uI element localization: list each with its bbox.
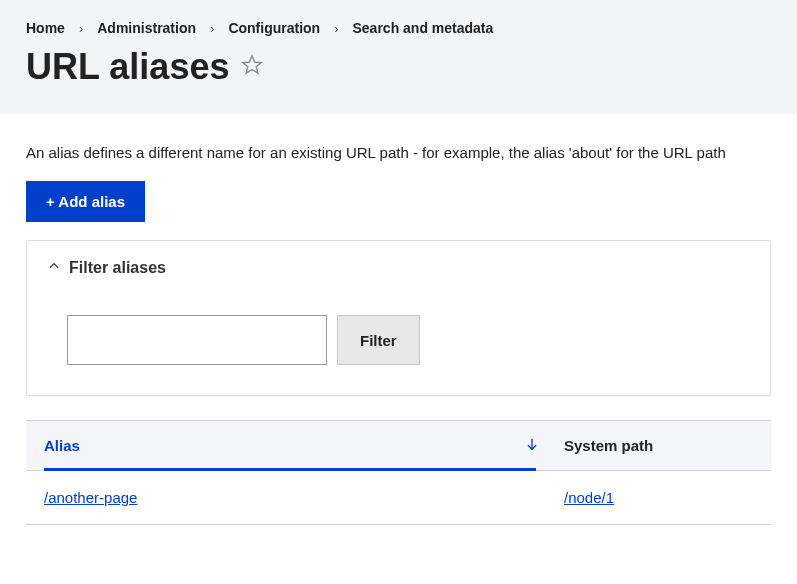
column-header-alias[interactable]: Alias: [44, 436, 554, 455]
page-title-row: URL aliases: [26, 46, 771, 88]
filter-input[interactable]: [67, 315, 327, 365]
chevron-right-icon: ›: [210, 21, 214, 36]
star-icon[interactable]: [241, 54, 263, 80]
column-system-label: System path: [564, 437, 653, 454]
cell-system-path: /node/1: [554, 489, 753, 506]
page-description: An alias defines a different name for an…: [26, 144, 771, 161]
table-row: /another-page /node/1: [26, 471, 771, 525]
filter-toggle[interactable]: Filter aliases: [47, 259, 750, 277]
alias-link[interactable]: /another-page: [44, 489, 137, 506]
add-alias-button[interactable]: + Add alias: [26, 181, 145, 222]
breadcrumb: Home › Administration › Configuration › …: [26, 20, 771, 36]
filter-header-label: Filter aliases: [69, 259, 166, 277]
filter-button[interactable]: Filter: [337, 315, 420, 365]
cell-alias: /another-page: [44, 489, 554, 506]
svg-marker-0: [243, 56, 261, 73]
chevron-up-icon: [47, 259, 61, 277]
page-header-area: Home › Administration › Configuration › …: [0, 0, 797, 114]
page-title: URL aliases: [26, 46, 229, 88]
column-alias-label: Alias: [44, 437, 80, 454]
chevron-right-icon: ›: [79, 21, 83, 36]
table-header: Alias System path: [26, 420, 771, 471]
breadcrumb-configuration[interactable]: Configuration: [228, 20, 320, 36]
breadcrumb-home[interactable]: Home: [26, 20, 65, 36]
breadcrumb-administration[interactable]: Administration: [97, 20, 196, 36]
system-path-link[interactable]: /node/1: [564, 489, 614, 506]
filter-panel: Filter aliases Filter: [26, 240, 771, 396]
content-area: An alias defines a different name for an…: [0, 114, 797, 525]
sort-descending-icon: [524, 436, 540, 455]
breadcrumb-search-metadata[interactable]: Search and metadata: [352, 20, 493, 36]
alias-table: Alias System path /another-page /node/1: [26, 420, 771, 525]
filter-controls: Filter: [47, 315, 750, 365]
column-header-system-path[interactable]: System path: [554, 436, 753, 455]
chevron-right-icon: ›: [334, 21, 338, 36]
active-sort-indicator: [44, 468, 536, 471]
